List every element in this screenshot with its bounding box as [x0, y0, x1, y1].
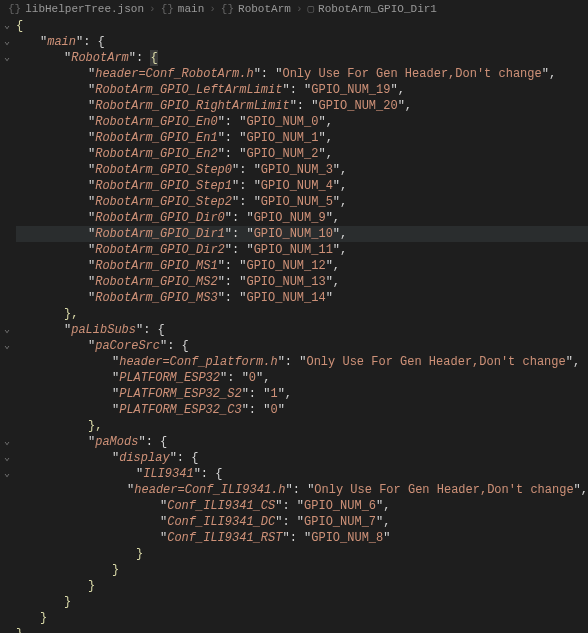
code-content[interactable]: { "main": { "RobotArm": { "header=Conf_R…	[0, 18, 588, 633]
code-line[interactable]: "Conf_ILI9341_RST": "GPIO_NUM_8"	[16, 530, 588, 546]
code-line[interactable]: "header=Conf_RobotArm.h": "Only Use For …	[16, 66, 588, 82]
file-icon: {}	[8, 1, 21, 17]
fold-toggle[interactable]: ⌄	[0, 450, 14, 466]
code-line[interactable]: },	[16, 418, 588, 434]
code-line[interactable]: "ILI9341": {	[16, 466, 588, 482]
code-line[interactable]: "RobotArm_GPIO_Step2": "GPIO_NUM_5",	[16, 194, 588, 210]
fold-toggle[interactable]: ⌄	[0, 34, 14, 50]
fold-toggle[interactable]: ⌄	[0, 322, 14, 338]
code-line[interactable]: "RobotArm_GPIO_MS3": "GPIO_NUM_14"	[16, 290, 588, 306]
code-line[interactable]: }	[16, 610, 588, 626]
chevron-icon: ›	[209, 1, 216, 17]
code-line[interactable]: },	[16, 306, 588, 322]
code-line[interactable]: "RobotArm_GPIO_Dir2": "GPIO_NUM_11",	[16, 242, 588, 258]
code-editor[interactable]: ⌄ ⌄ ⌄ ⌄ ⌄ ⌄ ⌄ ⌄ { "main": { "RobotArm": …	[0, 18, 588, 633]
object-icon: {}	[221, 1, 234, 17]
breadcrumb-file[interactable]: libHelperTree.json	[25, 1, 144, 17]
fold-gutter: ⌄ ⌄ ⌄ ⌄ ⌄ ⌄ ⌄ ⌄	[0, 18, 14, 482]
code-line[interactable]: "RobotArm_GPIO_Step1": "GPIO_NUM_4",	[16, 178, 588, 194]
code-line[interactable]: "RobotArm": {	[16, 50, 588, 66]
code-line[interactable]: "paLibSubs": {	[16, 322, 588, 338]
fold-toggle[interactable]: ⌄	[0, 434, 14, 450]
code-line[interactable]: "PLATFORM_ESP32": "0",	[16, 370, 588, 386]
breadcrumb-leaf[interactable]: RobotArm_GPIO_Dir1	[318, 1, 437, 17]
code-line[interactable]: "header=Conf_ILI9341.h": "Only Use For G…	[16, 482, 588, 498]
code-line[interactable]: "RobotArm_GPIO_Dir1": "GPIO_NUM_10",	[16, 226, 588, 242]
breadcrumb: {} libHelperTree.json › {} main › {} Rob…	[0, 0, 588, 18]
breadcrumb-robotarm[interactable]: RobotArm	[238, 1, 291, 17]
code-line[interactable]: "RobotArm_GPIO_En1": "GPIO_NUM_1",	[16, 130, 588, 146]
fold-toggle[interactable]: ⌄	[0, 338, 14, 354]
code-line[interactable]: "RobotArm_GPIO_MS1": "GPIO_NUM_12",	[16, 258, 588, 274]
code-line[interactable]: "header=Conf_platform.h": "Only Use For …	[16, 354, 588, 370]
code-line[interactable]: "main": {	[16, 34, 588, 50]
fold-toggle[interactable]: ⌄	[0, 50, 14, 66]
code-line[interactable]: "RobotArm_GPIO_MS2": "GPIO_NUM_13",	[16, 274, 588, 290]
code-line[interactable]: "RobotArm_GPIO_RightArmLimit": "GPIO_NUM…	[16, 98, 588, 114]
code-line[interactable]: "paCoreSrc": {	[16, 338, 588, 354]
code-line[interactable]: }	[16, 546, 588, 562]
fold-toggle[interactable]: ⌄	[0, 466, 14, 482]
code-line[interactable]: "RobotArm_GPIO_Step0": "GPIO_NUM_3",	[16, 162, 588, 178]
code-line[interactable]: "RobotArm_GPIO_En2": "GPIO_NUM_2",	[16, 146, 588, 162]
code-line[interactable]: }	[16, 594, 588, 610]
code-line[interactable]: "display": {	[16, 450, 588, 466]
code-line[interactable]: }	[16, 562, 588, 578]
code-line[interactable]: "RobotArm_GPIO_En0": "GPIO_NUM_0",	[16, 114, 588, 130]
code-line[interactable]: "RobotArm_GPIO_Dir0": "GPIO_NUM_9",	[16, 210, 588, 226]
object-icon: {}	[161, 1, 174, 17]
fold-toggle[interactable]: ⌄	[0, 18, 14, 34]
code-line[interactable]: "paMods": {	[16, 434, 588, 450]
code-line[interactable]: }	[16, 626, 588, 633]
code-line[interactable]: "Conf_ILI9341_CS": "GPIO_NUM_6",	[16, 498, 588, 514]
code-line[interactable]: "PLATFORM_ESP32_C3": "0"	[16, 402, 588, 418]
code-line[interactable]: "RobotArm_GPIO_LeftArmLimit": "GPIO_NUM_…	[16, 82, 588, 98]
code-line[interactable]: "PLATFORM_ESP32_S2": "1",	[16, 386, 588, 402]
code-line[interactable]: {	[16, 18, 588, 34]
code-line[interactable]: "Conf_ILI9341_DC": "GPIO_NUM_7",	[16, 514, 588, 530]
code-line[interactable]: }	[16, 578, 588, 594]
chevron-icon: ›	[149, 1, 156, 17]
chevron-icon: ›	[296, 1, 303, 17]
breadcrumb-main[interactable]: main	[178, 1, 204, 17]
field-icon: ▢	[307, 1, 314, 17]
